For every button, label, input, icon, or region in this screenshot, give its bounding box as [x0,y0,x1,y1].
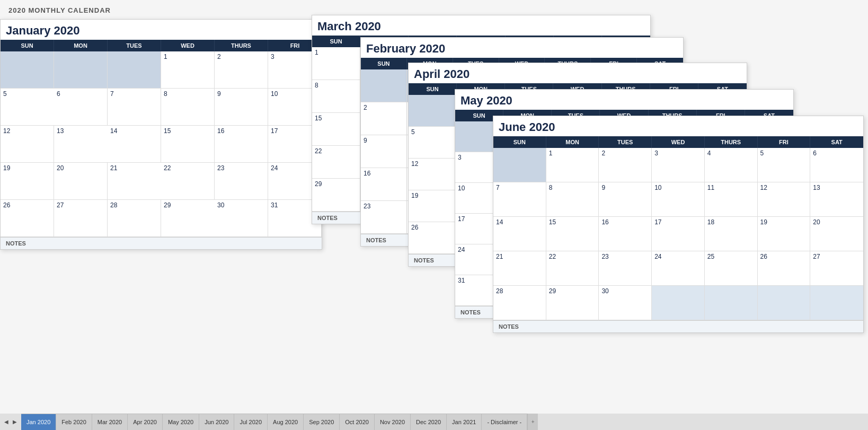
apr-day-cell[interactable]: 26 [409,222,457,254]
sheet-tab[interactable]: Apr 2020 [128,414,163,430]
jun-day-cell[interactable] [810,286,863,320]
jun-day-cell[interactable]: 13 [810,182,863,217]
jun-day-cell[interactable]: 11 [705,182,758,217]
jan-header-cell: MON [54,40,108,51]
january-grid: 1235678910121314151617192021222324262728… [1,51,322,237]
april-title: April 2020 [409,63,747,83]
jan-day-cell[interactable]: 2 [215,51,268,89]
sheet-tab[interactable]: Jul 2020 [234,414,268,430]
jun-header-cell: SAT [810,136,863,148]
feb-day-cell[interactable]: 16 [361,168,407,201]
jan-day-cell[interactable]: 13 [54,126,108,163]
jan-day-cell[interactable]: 29 [161,200,215,237]
apr-day-cell[interactable] [409,95,457,127]
column-resize-handle[interactable]: + [527,414,538,430]
feb-day-cell[interactable]: 9 [361,135,407,168]
jun-day-cell[interactable] [493,148,546,182]
sheet-tab[interactable]: Aug 2020 [268,414,304,430]
jun-day-cell[interactable]: 18 [705,217,758,251]
jun-day-cell[interactable]: 1 [546,148,599,182]
jun-day-cell[interactable]: 28 [493,286,546,320]
jun-day-cell[interactable]: 30 [599,286,652,320]
scroll-arrows[interactable]: ◀ ▶ [0,418,21,426]
jan-day-cell[interactable]: 14 [108,126,161,163]
scroll-right-arrow[interactable]: ▶ [11,418,19,426]
jan-day-cell[interactable]: 28 [108,200,161,237]
jan-day-cell[interactable]: 22 [161,163,215,200]
sheet-tab[interactable]: Mar 2020 [92,414,128,430]
mar-day-cell[interactable]: 22 [312,146,360,179]
sheet-tab[interactable]: - Disclaimer - [482,414,527,430]
jan-day-cell[interactable]: 26 [1,200,54,237]
jun-day-cell[interactable]: 15 [546,217,599,251]
jan-day-cell[interactable]: 7 [108,89,161,126]
mar-day-cell[interactable]: 15 [312,113,360,146]
jan-day-cell[interactable]: 8 [161,89,215,126]
jun-day-cell[interactable]: 29 [546,286,599,320]
jan-day-cell[interactable]: 15 [161,126,215,163]
jan-day-cell[interactable]: 27 [54,200,108,237]
jun-day-cell[interactable]: 22 [546,251,599,286]
jun-day-cell[interactable]: 12 [758,182,811,217]
sheet-tab[interactable]: Dec 2020 [411,414,447,430]
jan-day-cell[interactable] [54,51,108,89]
sheet-tab[interactable]: Feb 2020 [56,414,92,430]
jan-day-cell[interactable]: 16 [215,126,268,163]
jan-day-cell[interactable]: 1 [161,51,215,89]
jun-day-cell[interactable]: 6 [810,148,863,182]
jun-day-cell[interactable]: 19 [758,217,811,251]
jun-day-cell[interactable]: 14 [493,217,546,251]
jan-day-cell[interactable]: 6 [54,89,108,126]
sheet-tab[interactable]: Sep 2020 [304,414,340,430]
jun-day-cell[interactable]: 27 [810,251,863,286]
jan-day-cell[interactable] [1,51,54,89]
jun-day-cell[interactable]: 21 [493,251,546,286]
jun-day-cell[interactable]: 2 [599,148,652,182]
jun-day-cell[interactable]: 23 [599,251,652,286]
jun-day-cell[interactable] [758,286,811,320]
jan-day-cell[interactable]: 20 [54,163,108,200]
mar-day-cell[interactable]: 29 [312,179,360,212]
apr-day-cell[interactable]: 12 [409,159,457,190]
jun-header-cell: SUN [493,136,546,148]
mar-day-cell[interactable]: 1 [312,47,360,80]
jun-day-cell[interactable]: 4 [705,148,758,182]
apr-day-cell[interactable]: 5 [409,127,457,159]
feb-day-cell[interactable]: 2 [361,102,407,135]
jun-day-cell[interactable]: 10 [652,182,705,217]
sheet-tab[interactable]: Oct 2020 [340,414,375,430]
jun-day-cell[interactable]: 7 [493,182,546,217]
jan-day-cell[interactable]: 21 [108,163,161,200]
jun-day-cell[interactable]: 16 [599,217,652,251]
jun-day-cell[interactable]: 5 [758,148,811,182]
jan-day-cell[interactable]: 19 [1,163,54,200]
sheet-tab[interactable]: May 2020 [163,414,199,430]
sheet-tab[interactable]: Nov 2020 [375,414,411,430]
jun-day-cell[interactable] [652,286,705,320]
scroll-left-arrow[interactable]: ◀ [2,418,11,426]
jun-day-cell[interactable]: 24 [652,251,705,286]
feb-day-cell[interactable]: 23 [361,201,407,234]
jun-day-cell[interactable]: 9 [599,182,652,217]
jan-day-cell[interactable]: 30 [215,200,268,237]
jun-header-cell: TUES [599,136,652,148]
jan-day-cell[interactable] [108,51,161,89]
feb-header-cell: SUN [361,58,407,69]
jan-day-cell[interactable]: 5 [1,89,54,126]
jun-day-cell[interactable]: 20 [810,217,863,251]
jun-day-cell[interactable]: 25 [705,251,758,286]
jan-day-cell[interactable]: 12 [1,126,54,163]
jun-day-cell[interactable]: 17 [652,217,705,251]
sheet-tab[interactable]: Jan 2021 [447,414,482,430]
jun-day-cell[interactable]: 3 [652,148,705,182]
mar-day-cell[interactable]: 8 [312,80,360,113]
jan-day-cell[interactable]: 9 [215,89,268,126]
jan-day-cell[interactable]: 23 [215,163,268,200]
sheet-tab[interactable]: Jan 2020 [21,414,56,430]
jun-day-cell[interactable]: 26 [758,251,811,286]
jun-day-cell[interactable]: 8 [546,182,599,217]
feb-day-cell[interactable] [361,69,407,102]
apr-day-cell[interactable]: 19 [409,190,457,222]
sheet-tab[interactable]: Jun 2020 [199,414,234,430]
jun-day-cell[interactable] [705,286,758,320]
